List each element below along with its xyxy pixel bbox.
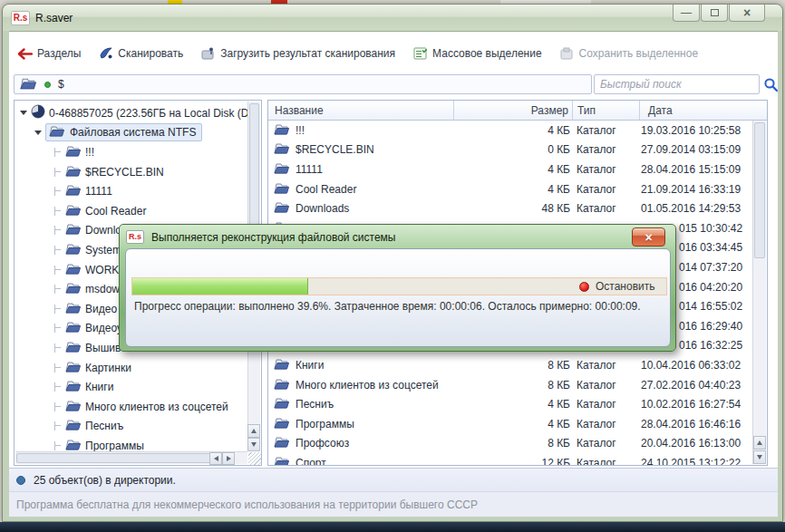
tree-item-label: $RECYCLE.BIN: [85, 166, 164, 179]
file-row[interactable]: 11111 4 КБ Каталог 28.04.2016 15:15:09: [268, 160, 752, 179]
close-icon: ×: [743, 5, 751, 20]
scroll-left-button[interactable]: [209, 452, 222, 465]
file-date: 19.03.2016 10:25:58: [639, 124, 752, 137]
tree-connector-icon: [54, 266, 62, 275]
toolbar-item-sections[interactable]: Разделы: [17, 47, 81, 60]
file-row[interactable]: Профсоюз 8 КБ Каталог 20.04.2016 16:13:0…: [268, 434, 752, 454]
file-row[interactable]: $RECYCLE.BIN 0 КБ Каталог 27.09.2014 03:…: [268, 140, 752, 160]
file-row[interactable]: Много клиентов из соцсетей 8 КБ Каталог …: [268, 375, 752, 395]
tree-connector-icon: [54, 402, 62, 411]
footer-text: Программа бесплатна для некоммерческого …: [16, 498, 478, 511]
arrow-up-icon: [251, 429, 257, 433]
toolbar-item-scan[interactable]: Сканировать: [98, 47, 183, 60]
tree-node-ntfs[interactable]: Файловая система NTFS: [15, 123, 247, 143]
expand-arrow-icon[interactable]: [20, 111, 27, 115]
file-row[interactable]: Книги 8 КБ Каталог 10.04.2016 06:33:02: [268, 355, 752, 375]
expand-arrow-icon[interactable]: [34, 131, 42, 135]
reconstruction-dialog: R.s Выполняется реконструкция файловой с…: [119, 224, 676, 352]
folder-icon: [274, 456, 290, 465]
scroll-down-button[interactable]: [753, 450, 766, 464]
tree-connector-icon: [54, 363, 62, 372]
file-name: Спорт: [296, 457, 326, 465]
scrollbar-thumb[interactable]: [16, 453, 223, 463]
stop-button[interactable]: Остановить: [576, 278, 666, 295]
folder-icon: [65, 341, 82, 355]
tree-connector-icon: [54, 343, 62, 353]
tree-item-label: Вышив: [85, 342, 121, 354]
tree-item-11[interactable]: Картинки: [15, 358, 247, 378]
mass-select-icon: [412, 47, 428, 60]
save-icon: [559, 47, 575, 60]
status-dot-icon: [44, 82, 51, 88]
file-type: Каталог: [572, 457, 639, 465]
file-size: 4 КБ: [453, 163, 572, 176]
file-type: Каталог: [572, 398, 639, 411]
progress-fill: [132, 278, 308, 295]
tree-item-14[interactable]: Песниъ: [15, 417, 247, 437]
tree-connector-icon: [54, 207, 62, 216]
stop-icon: [579, 282, 589, 292]
tree-item-12[interactable]: Книги: [15, 377, 247, 397]
tree-item-label: Cool Reader: [85, 205, 146, 218]
disk-icon: [31, 104, 45, 121]
file-type: Каталог: [572, 437, 639, 450]
tree-item-1[interactable]: $RECYCLE.BIN: [15, 162, 247, 182]
resize-grip[interactable]: [248, 452, 261, 465]
column-header-type[interactable]: Тип: [572, 101, 639, 120]
breadcrumb[interactable]: $: [14, 74, 592, 94]
file-row[interactable]: Downloads 48 КБ Каталог 01.05.2016 14:29…: [268, 198, 752, 218]
file-size: 8 КБ: [453, 379, 572, 392]
dialog-close-button[interactable]: ×: [632, 227, 665, 247]
toolbar-item-save-selected[interactable]: Сохранить выделенное: [559, 47, 699, 60]
progress-zone: [132, 278, 576, 295]
dialog-titlebar: R.s Выполняется реконструкция файловой с…: [126, 230, 395, 244]
file-date: 24.10.2015 13:12:22: [639, 457, 752, 465]
tree-item-0[interactable]: !!!: [15, 142, 247, 162]
folder-icon: [274, 162, 290, 177]
tree-item-label: Картинки: [85, 362, 131, 374]
maximize-button[interactable]: [701, 5, 728, 22]
file-row[interactable]: Программы 4 КБ Каталог 28.04.2016 16:46:…: [268, 414, 752, 434]
search-input[interactable]: [594, 74, 760, 94]
tree-connector-icon: [54, 421, 62, 430]
file-row[interactable]: Спорт 12 КБ Каталог 24.10.2015 13:12:22: [268, 453, 752, 465]
file-row[interactable]: Песниъ 4 КБ Каталог 10.02.2016 16:27:54: [268, 394, 752, 414]
scroll-up-button[interactable]: [753, 436, 766, 450]
tree-item-13[interactable]: Много клиентов из соцсетей: [15, 397, 247, 417]
minimize-button[interactable]: —: [673, 5, 700, 22]
file-row[interactable]: !!! 4 КБ Каталог 19.03.2016 10:25:58: [268, 121, 752, 140]
close-button[interactable]: ×: [729, 5, 765, 22]
file-type: Каталог: [572, 163, 639, 176]
close-icon: ×: [644, 230, 652, 245]
file-size: 48 КБ: [453, 202, 572, 215]
toolbar-item-mass-select[interactable]: Массовое выделение: [412, 47, 542, 60]
scroll-right-button[interactable]: [222, 452, 235, 465]
file-size: 4 КБ: [453, 183, 572, 196]
current-path: $: [58, 78, 64, 91]
dialog-body: Остановить Прогресс операции: выполнено …: [125, 248, 671, 347]
tree-root-node[interactable]: 0-468857025 (223.56ГБ на Local Disk (D:)…: [15, 103, 247, 123]
tree-item-label: System: [85, 244, 121, 256]
tree-item-3[interactable]: Cool Reader: [15, 201, 247, 221]
status-dot-icon: [16, 476, 25, 485]
column-header-date[interactable]: Дата: [639, 101, 767, 120]
folder-icon: [274, 182, 290, 197]
scroll-down-button[interactable]: [247, 438, 260, 451]
scrollbar-thumb[interactable]: [754, 122, 765, 258]
file-name: Downloads: [296, 202, 349, 215]
search-icon[interactable]: [763, 77, 778, 95]
arrow-down-icon: [251, 442, 257, 447]
file-type: Каталог: [572, 359, 639, 372]
progress-status-text: Прогресс операции: выполнено 39.6%. Затр…: [134, 300, 641, 313]
toolbar-item-load-scan[interactable]: Загрузить результат сканирования: [200, 47, 395, 60]
column-header-size[interactable]: Размер: [453, 101, 572, 120]
tree-horizontal-scrollbar[interactable]: [15, 451, 247, 464]
file-name: Много клиентов из соцсетей: [296, 379, 439, 392]
column-header-name[interactable]: Название: [268, 101, 453, 120]
titlebar[interactable]: R.s R.saver — ×: [3, 5, 782, 31]
file-row[interactable]: Cool Reader 4 КБ Каталог 21.09.2014 16:3…: [268, 179, 752, 199]
scroll-up-button[interactable]: [247, 424, 260, 438]
dialog-title: Выполняется реконструкция файловой систе…: [151, 231, 395, 244]
tree-item-2[interactable]: 11111: [15, 181, 247, 201]
list-vertical-scrollbar[interactable]: [752, 121, 766, 464]
